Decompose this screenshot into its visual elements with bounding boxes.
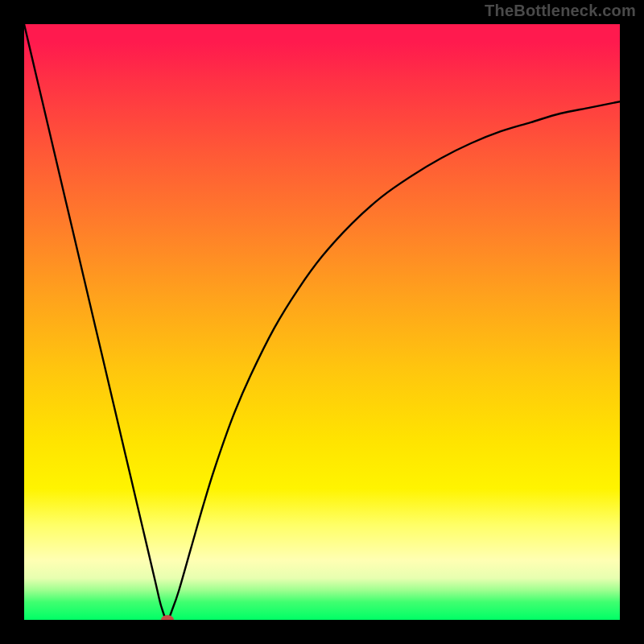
watermark-text: TheBottleneck.com — [485, 2, 636, 20]
plot-area — [24, 24, 620, 620]
min-marker-icon — [161, 615, 174, 620]
chart-frame: TheBottleneck.com — [0, 0, 644, 644]
bottleneck-curve — [24, 24, 620, 620]
